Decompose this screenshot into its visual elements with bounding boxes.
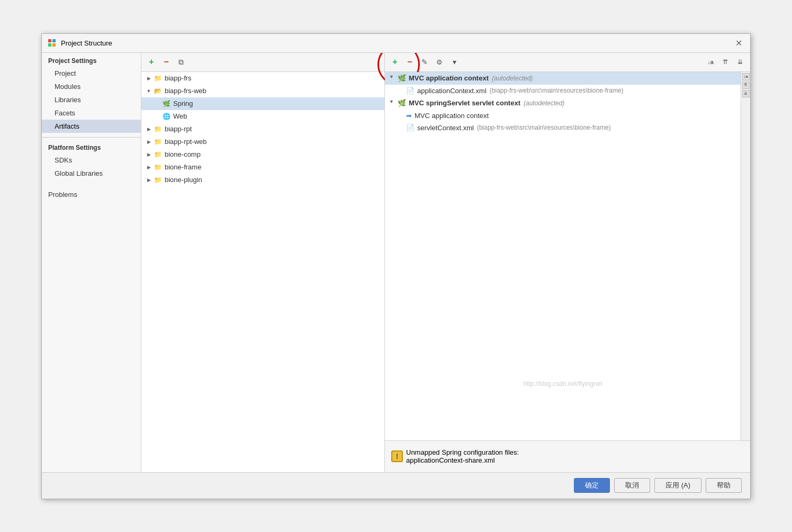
- add-wrapper: +: [388, 55, 402, 69]
- svg-rect-0: [48, 39, 51, 42]
- arrow-biapp-frs[interactable]: ▶: [145, 74, 153, 83]
- tree-item-biapp-rpt-web[interactable]: ▶ 📁 biapp-rpt-web: [141, 136, 384, 148]
- scroll-sort-az[interactable]: ↓a: [742, 73, 750, 80]
- cancel-button[interactable]: 取消: [614, 478, 650, 493]
- right-tree-item-mvc-app[interactable]: ▼ 🌿 MVC application context (autodetecte…: [385, 72, 741, 85]
- bottom-warning-text: Unmapped Spring configuration files: app…: [406, 448, 519, 464]
- arrow-biapp-frs-web[interactable]: ▼: [145, 87, 153, 95]
- tree-label-web: Web: [173, 112, 187, 120]
- tree-item-web[interactable]: 🌐 Web: [141, 110, 384, 123]
- right-panel: + − ✎ ⚙ ▾ ↓a ⇈ ⇊ ▼ 🌿 MVC application con…: [385, 53, 750, 472]
- tree-label-spring: Spring: [173, 100, 193, 107]
- project-settings-label: Project Settings: [42, 53, 141, 67]
- tree-item-biapp-frs-web[interactable]: ▼ 📂 biapp-frs-web: [141, 85, 384, 97]
- tree-item-spring[interactable]: 🌿 Spring: [141, 97, 384, 110]
- svg-rect-3: [52, 43, 56, 47]
- folder-icon-biapp-frs-web: 📂: [153, 86, 163, 96]
- wrench-button-right[interactable]: ⚙: [433, 55, 446, 69]
- right-tree-area: ▼ 🌿 MVC application context (autodetecte…: [385, 72, 741, 440]
- arrow-web[interactable]: [153, 112, 161, 121]
- add-button-middle[interactable]: +: [145, 55, 158, 69]
- dropdown-button-right[interactable]: ▾: [447, 55, 461, 69]
- help-button[interactable]: 帮助: [706, 478, 742, 493]
- main-content: Project Settings Project Modules Librari…: [42, 53, 750, 472]
- arrow-mvc-spring-servlet[interactable]: ▼: [389, 99, 398, 107]
- scroll-top[interactable]: ⇈: [742, 82, 750, 89]
- right-scrollbar: ↓a ⇈ ⇊: [741, 72, 750, 440]
- left-panel: Project Settings Project Modules Librari…: [42, 53, 141, 472]
- mvc-spring-servlet-autodetected: (autodetected): [524, 100, 564, 107]
- tree-item-bione-frame[interactable]: ▶ 📁 bione-frame: [141, 161, 384, 174]
- sort-az-button[interactable]: ↓a: [704, 55, 717, 69]
- platform-settings-label: Platform Settings: [42, 137, 141, 154]
- remove-button-middle[interactable]: −: [159, 55, 173, 69]
- tree-item-biapp-rpt[interactable]: ▶ 📁 biapp-rpt: [141, 123, 384, 136]
- sort-top-button[interactable]: ⇈: [718, 55, 732, 69]
- sort-bottom-button[interactable]: ⇊: [733, 55, 747, 69]
- title-bar: Project Structure ✕: [42, 34, 750, 53]
- mvc-app-context-label: MVC application context: [409, 74, 489, 82]
- sidebar-item-facets[interactable]: Facets: [42, 106, 141, 120]
- tree-label-bione-plugin: bione-plugin: [165, 176, 202, 184]
- app-context-xml-path: (biapp-frs-web\src\main\resources\bione-…: [490, 87, 624, 94]
- arrow-biapp-rpt-web[interactable]: ▶: [145, 138, 153, 146]
- dialog-title: Project Structure: [61, 39, 732, 47]
- sidebar-item-artifacts[interactable]: Artifacts: [42, 120, 141, 133]
- tree-label-bione-comp: bione-comp: [165, 150, 201, 158]
- mvc-app-context-autodetected: (autodetected): [492, 75, 533, 82]
- sidebar-item-modules[interactable]: Modules: [42, 80, 141, 93]
- arrow-bione-comp[interactable]: ▶: [145, 150, 153, 159]
- arrow-mvc-app[interactable]: ▼: [389, 74, 398, 83]
- app-icon: [47, 38, 57, 48]
- sidebar-item-project[interactable]: Project: [42, 67, 141, 80]
- tree-item-bione-plugin[interactable]: ▶ 📁 bione-plugin: [141, 174, 384, 186]
- right-tree-item-app-context-xml[interactable]: 📄 applicationContext.xml (biapp-frs-web\…: [385, 85, 741, 97]
- folder-icon-bione-plugin: 📁: [153, 175, 163, 185]
- add-button-right[interactable]: +: [388, 55, 402, 69]
- arrow-bione-frame[interactable]: ▶: [145, 163, 153, 172]
- folder-icon-biapp-frs: 📁: [153, 74, 163, 83]
- sidebar-item-global-libraries[interactable]: Global Libraries: [42, 167, 141, 180]
- sidebar-item-sdks[interactable]: SDKs: [42, 154, 141, 167]
- right-panel-inner: ▼ 🌿 MVC application context (autodetecte…: [385, 72, 750, 440]
- right-toolbar: + − ✎ ⚙ ▾ ↓a ⇈ ⇊: [385, 53, 750, 72]
- tree-label-bione-frame: bione-frame: [165, 163, 201, 171]
- folder-icon-biapp-rpt-web: 📁: [153, 137, 163, 147]
- scroll-bottom[interactable]: ⇊: [742, 90, 750, 97]
- close-button[interactable]: ✕: [732, 37, 745, 49]
- project-structure-dialog: Project Structure ✕ Project Settings Pro…: [41, 33, 751, 499]
- watermark: http://blog.csdn.net/flyingnet: [523, 380, 602, 387]
- arrow-biapp-rpt[interactable]: ▶: [145, 125, 153, 133]
- confirm-button[interactable]: 确定: [574, 478, 610, 493]
- spring-icon: 🌿: [161, 99, 171, 109]
- folder-icon-bione-frame: 📁: [153, 163, 163, 172]
- sidebar-item-problems[interactable]: Problems: [42, 186, 141, 201]
- apply-button[interactable]: 应用 (A): [654, 478, 701, 493]
- svg-rect-1: [52, 39, 56, 42]
- svg-rect-2: [48, 43, 51, 47]
- arrow-spring[interactable]: [153, 100, 161, 108]
- right-tree-item-mvc-app-ref[interactable]: ➡ MVC application context: [385, 110, 741, 122]
- arrow-bione-plugin[interactable]: ▶: [145, 176, 153, 184]
- middle-panel: + − ⧉ ▶ 📁 biapp-frs ▼ 📂 biapp-frs-web: [141, 53, 385, 472]
- right-tree-item-servlet-context-xml[interactable]: 📄 servletContext.xml (biapp-frs-web\src\…: [385, 122, 741, 134]
- app-context-xml-label: applicationContext.xml: [417, 87, 487, 95]
- tree-item-bione-comp[interactable]: ▶ 📁 bione-comp: [141, 148, 384, 161]
- remove-button-right[interactable]: −: [403, 55, 417, 69]
- mvc-spring-servlet-label: MVC springServlet servlet context: [409, 99, 520, 107]
- middle-tree: ▶ 📁 biapp-frs ▼ 📂 biapp-frs-web 🌿 Spring: [141, 72, 384, 472]
- tree-label-biapp-frs-web: biapp-frs-web: [165, 87, 206, 95]
- tree-label-biapp-rpt: biapp-rpt: [165, 125, 192, 133]
- bottom-warning-bar: ! Unmapped Spring configuration files: a…: [385, 440, 750, 472]
- right-tree-item-mvc-spring-servlet[interactable]: ▼ 🌿 MVC springServlet servlet context (a…: [385, 97, 741, 110]
- servlet-context-xml-label: servletContext.xml: [417, 124, 474, 132]
- middle-toolbar: + − ⧉: [141, 53, 384, 72]
- warning-line2: applicationContext-share.xml: [406, 456, 519, 464]
- mvc-app-context-ref-label: MVC application context: [415, 112, 489, 120]
- tree-label-biapp-frs: biapp-frs: [165, 74, 192, 82]
- copy-button-middle[interactable]: ⧉: [174, 55, 188, 69]
- folder-icon-biapp-rpt: 📁: [153, 124, 163, 134]
- sidebar-item-libraries[interactable]: Libraries: [42, 93, 141, 106]
- tree-item-biapp-frs[interactable]: ▶ 📁 biapp-frs: [141, 72, 384, 85]
- edit-button-right[interactable]: ✎: [418, 55, 431, 69]
